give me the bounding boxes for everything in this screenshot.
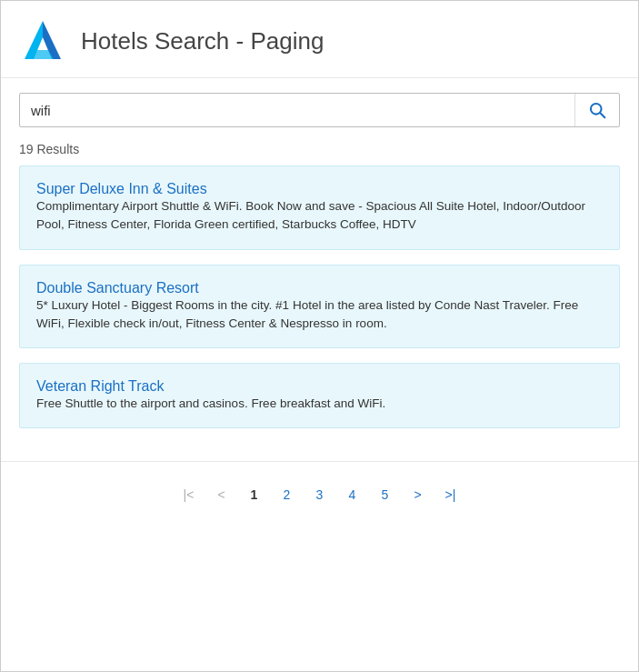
azure-logo (19, 17, 66, 65)
page-2-button[interactable]: 2 (273, 480, 302, 509)
results-list: Super Deluxe Inn & Suites Complimentary … (1, 160, 638, 452)
result-card-3: Veteran Right Track Free Shuttle to the … (19, 363, 620, 428)
page-prev-button[interactable]: < (207, 480, 236, 509)
result-desc-3: Free Shuttle to the airport and casinos.… (36, 395, 603, 413)
page-first-button[interactable]: |< (175, 480, 204, 509)
result-title-3[interactable]: Veteran Right Track (36, 378, 165, 394)
result-desc-1: Complimentary Airport Shuttle & WiFi. Bo… (36, 197, 603, 235)
result-card-1: Super Deluxe Inn & Suites Complimentary … (19, 165, 620, 250)
page-1-button[interactable]: 1 (240, 480, 269, 509)
page-next-button[interactable]: > (404, 480, 433, 509)
result-title-1[interactable]: Super Deluxe Inn & Suites (36, 181, 207, 196)
page-4-button[interactable]: 4 (338, 480, 367, 509)
search-area (1, 78, 638, 135)
result-title-2[interactable]: Double Sanctuary Resort (36, 280, 199, 296)
page-last-button[interactable]: >| (436, 480, 465, 509)
results-count: 19 Results (1, 135, 638, 160)
page-title: Hotels Search - Paging (81, 27, 324, 55)
result-card-2: Double Sanctuary Resort 5* Luxury Hotel … (19, 265, 620, 349)
search-icon (588, 101, 606, 119)
svg-line-4 (600, 113, 604, 117)
search-input[interactable] (20, 95, 574, 125)
search-box (19, 93, 620, 127)
page-3-button[interactable]: 3 (305, 480, 334, 509)
result-desc-2: 5* Luxury Hotel - Biggest Rooms in the c… (36, 296, 603, 334)
page-header: Hotels Search - Paging (1, 1, 638, 78)
page-5-button[interactable]: 5 (371, 480, 400, 509)
search-button[interactable] (574, 94, 619, 126)
pagination: |< < 1 2 3 4 5 > >| (1, 461, 638, 531)
